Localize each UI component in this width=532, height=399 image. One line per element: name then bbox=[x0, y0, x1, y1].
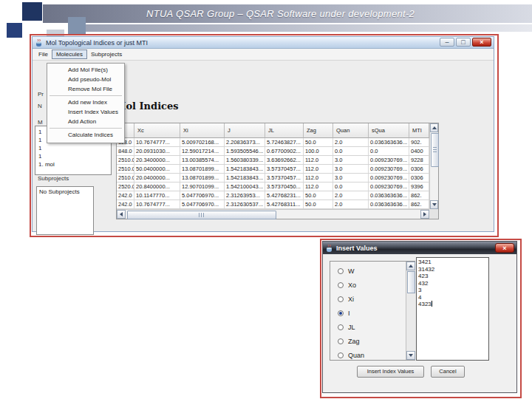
menu-item[interactable]: Add Mol File(s) bbox=[47, 65, 124, 75]
cell-xc: 10.7674777... bbox=[134, 138, 180, 146]
menu-item[interactable]: Calculate Indices bbox=[47, 130, 124, 140]
cell-squa: 0.0 bbox=[369, 147, 409, 155]
radio-list-scrollbar[interactable] bbox=[406, 262, 416, 360]
table-row[interactable]: 118.0 10.7674777... 5.009702168... 2.208… bbox=[117, 138, 429, 147]
cell-xi: 13.08701899... bbox=[180, 165, 225, 173]
arrow-up-icon bbox=[409, 265, 413, 267]
index-radio-option[interactable]: I bbox=[338, 306, 415, 320]
cell-squa: 0.009230769... bbox=[369, 165, 409, 173]
column-header[interactable]: Quan bbox=[333, 123, 369, 138]
column-header[interactable]: sQua bbox=[369, 123, 409, 138]
scroll-up-button[interactable] bbox=[406, 262, 415, 270]
value-line: 3 bbox=[418, 287, 487, 294]
cell-squa: 0.009230769... bbox=[369, 174, 409, 182]
table-row[interactable]: 2510.0 50.0400000... 13.08701899... 1.54… bbox=[117, 165, 429, 174]
maximize-button[interactable]: □ bbox=[456, 38, 471, 47]
index-radio-option[interactable]: Zag bbox=[338, 334, 415, 348]
column-header[interactable]: Zag bbox=[304, 123, 333, 138]
cell-squa: 0.009230769... bbox=[369, 156, 409, 164]
cell-j: 1.593505546... bbox=[225, 147, 265, 155]
cell-jl: 5.42768231... bbox=[265, 191, 304, 200]
radio-icon bbox=[338, 310, 344, 316]
menu-item[interactable]: Remove Mol File bbox=[47, 84, 124, 94]
cell-mti: 0306 bbox=[409, 174, 429, 182]
table-row[interactable]: 242.0 10.1147770... 5.047706970... 2.312… bbox=[117, 191, 429, 200]
close-button[interactable]: × bbox=[472, 38, 491, 47]
table-row[interactable]: 2520.0 20.8400000... 12.90701099... 1.54… bbox=[117, 183, 429, 191]
column-header[interactable]: Xi bbox=[180, 123, 225, 138]
minimize-button[interactable]: – bbox=[440, 38, 454, 47]
cell-mti: 862. bbox=[409, 191, 429, 200]
popup-group-calc: Calculate Indices bbox=[47, 130, 124, 140]
vertical-scroll-thumb[interactable] bbox=[431, 133, 439, 167]
cell-mti: 9228 bbox=[409, 156, 429, 164]
menu-item-top[interactable]: File bbox=[35, 50, 52, 58]
scroll-down-button[interactable] bbox=[430, 200, 438, 209]
cell-xi: 12.59017214... bbox=[180, 147, 225, 155]
insert-index-values-button[interactable]: Insert Index Values bbox=[357, 366, 424, 378]
horizontal-scroll-thumb[interactable] bbox=[127, 211, 276, 219]
dialog-close-button[interactable]: × bbox=[495, 243, 514, 253]
cell-xc: 20.0400000... bbox=[134, 174, 180, 182]
scroll-right-button[interactable] bbox=[420, 210, 429, 219]
insert-values-dialog: Insert Values × W Xo Xi bbox=[322, 241, 517, 393]
scroll-down-button[interactable] bbox=[406, 351, 415, 360]
menu-bar: File Molecules Subprojects bbox=[33, 49, 494, 61]
table-row[interactable]: 2510.0 20.3400000... 13.00385574... 1.56… bbox=[117, 156, 429, 165]
radio-icon bbox=[338, 268, 344, 274]
menu-item[interactable]: Insert Index Values bbox=[47, 107, 124, 117]
menu-item[interactable]: Add Action bbox=[47, 117, 124, 126]
mol-list-item[interactable]: 1 bbox=[38, 144, 111, 152]
scroll-up-button[interactable] bbox=[430, 123, 438, 132]
index-radio-option[interactable]: Quan bbox=[338, 348, 415, 362]
slide-banner: NTUA QSAR Group – QSAR Software under de… bbox=[43, 4, 532, 23]
subprojects-list[interactable]: No Subprojects bbox=[36, 186, 94, 235]
table-row[interactable]: 2510.0 20.0400000... 13.08701899... 1.54… bbox=[117, 174, 429, 183]
cell-xi: 5.047706970... bbox=[180, 200, 225, 208]
index-radio-option[interactable]: JL bbox=[338, 320, 415, 334]
radio-label: JL bbox=[348, 324, 355, 331]
cell-jl: 3.57370457... bbox=[265, 165, 304, 173]
index-radio-list: W Xo Xi I JL bbox=[330, 261, 415, 361]
index-radio-option[interactable]: Xo bbox=[338, 278, 415, 292]
thumb-grip-icon bbox=[433, 147, 437, 154]
table-body: 118.0 10.7674777... 5.009702168... 2.208… bbox=[117, 138, 429, 209]
mols-label: M bbox=[38, 119, 43, 126]
menu-item[interactable]: Add new Index bbox=[47, 98, 124, 107]
value-line: 4323 bbox=[418, 301, 487, 308]
cell-squa: 0.036363636... bbox=[369, 200, 409, 208]
thumb-grip-icon bbox=[199, 213, 205, 217]
cell-quan: 0.0 bbox=[333, 147, 369, 155]
cell-quan: 2.0 bbox=[333, 200, 369, 208]
column-header[interactable]: JL bbox=[265, 123, 304, 138]
index-radio-option[interactable]: W bbox=[338, 264, 415, 278]
table-row[interactable]: 848.0 20.0931030... 12.59017214... 1.593… bbox=[117, 147, 429, 156]
window-titlebar[interactable]: Mol Topological Indices or just MTI – □ … bbox=[33, 37, 494, 49]
arrow-down-icon bbox=[409, 354, 413, 357]
menu-separator bbox=[50, 128, 122, 129]
cell-mti: 902. bbox=[409, 138, 429, 146]
scroll-left-button[interactable] bbox=[117, 210, 126, 219]
table-horizontal-scrollbar[interactable] bbox=[117, 209, 429, 219]
index-radio-option[interactable]: Xi bbox=[338, 292, 415, 306]
menu-item-top[interactable]: Subprojects bbox=[87, 50, 126, 58]
vertical-scroll-thumb[interactable] bbox=[407, 271, 415, 293]
menu-item-top[interactable]: Molecules bbox=[52, 50, 87, 59]
cell-xi: 13.00385574... bbox=[180, 156, 225, 164]
mol-list-item[interactable]: 1. mol bbox=[38, 160, 111, 168]
molecules-menu-popup: Add Mol File(s)Add pseudo-MolRemove Mol … bbox=[47, 63, 125, 143]
column-header[interactable]: J bbox=[225, 123, 265, 138]
indices-table: Xc Xi J JL Zag Quan sQua MTI bbox=[116, 123, 439, 219]
cell-jl: 0.67700902... bbox=[265, 147, 304, 155]
dialog-titlebar[interactable]: Insert Values × bbox=[323, 242, 516, 254]
table-vertical-scrollbar[interactable] bbox=[429, 123, 438, 209]
mol-list-item[interactable]: 1 bbox=[38, 152, 111, 160]
column-header[interactable]: Xc bbox=[134, 123, 180, 138]
cancel-button[interactable]: Cancel bbox=[431, 366, 465, 378]
menu-item[interactable]: Add pseudo-Mol bbox=[47, 75, 124, 84]
table-row[interactable]: 242.0 10.7674777... 5.047706970... 2.312… bbox=[117, 200, 429, 209]
java-icon bbox=[35, 38, 43, 47]
slide-title: NTUA QSAR Group – QSAR Software under de… bbox=[146, 4, 415, 23]
values-textarea[interactable]: 342131432423432344323 bbox=[416, 257, 489, 361]
column-header[interactable]: MTI bbox=[409, 123, 429, 138]
